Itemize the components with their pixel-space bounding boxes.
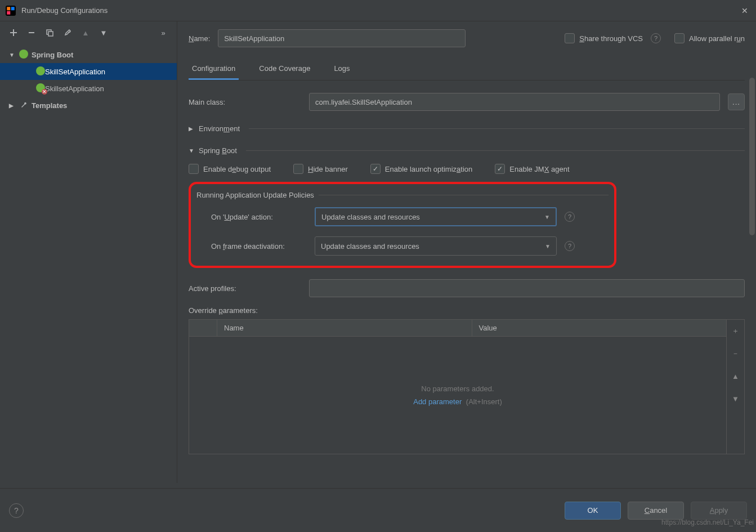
close-button[interactable]: ✕ xyxy=(739,4,750,17)
no-params-text: No parameters added. xyxy=(421,385,494,393)
active-profiles-input[interactable] xyxy=(309,279,745,297)
vertical-scrollbar[interactable] xyxy=(749,78,755,235)
browse-button[interactable]: ... xyxy=(728,93,745,110)
help-icon[interactable]: ? xyxy=(565,212,575,222)
svg-rect-1 xyxy=(7,7,10,10)
params-header: Name Value xyxy=(189,320,726,337)
watermark-text: https://blog.csdn.net/Li_Ya_Fei xyxy=(661,518,754,526)
cancel-button[interactable]: Cancel xyxy=(628,502,684,520)
spring-boot-error-icon xyxy=(36,83,45,94)
tab-configuration[interactable]: Configuration xyxy=(189,59,239,80)
checkbox-checked-icon xyxy=(495,164,505,174)
expand-arrow-icon: ▼ xyxy=(189,147,195,154)
environment-section: ▶ Environment xyxy=(189,124,745,133)
on-update-dropdown[interactable]: Update classes and resources ▼ xyxy=(315,207,557,226)
active-profiles-row: Active profiles: xyxy=(189,279,745,297)
on-frame-label: On frame deactivation: xyxy=(211,242,307,251)
tab-logs[interactable]: Logs xyxy=(330,59,353,80)
add-row-button[interactable]: ＋ xyxy=(727,320,744,342)
header-row: NName:ame: Share through VCS ? Allow par… xyxy=(189,21,745,55)
remove-config-button[interactable] xyxy=(24,25,39,41)
tree-item-skillsetapplication-2[interactable]: SkillsetApplication xyxy=(0,80,177,97)
add-param-row: Add parameter (Alt+Insert) xyxy=(413,397,502,406)
add-param-hint: (Alt+Insert) xyxy=(466,397,502,406)
tab-code-coverage[interactable]: Code Coverage xyxy=(256,59,314,80)
expand-arrow-icon: ▼ xyxy=(9,52,16,58)
params-name-col: Name xyxy=(217,320,472,336)
add-parameter-link[interactable]: Add parameter xyxy=(413,397,462,406)
main-area: ▲ ▼ » ▼ Spring Boot SkillSetApplication … xyxy=(0,21,756,483)
checkbox-checked-icon xyxy=(370,164,381,174)
chevron-down-icon: ▼ xyxy=(545,243,551,249)
allow-parallel-checkbox[interactable]: Allow parallel run xyxy=(674,33,745,43)
move-row-down-button[interactable]: ▼ xyxy=(727,387,744,410)
help-icon[interactable]: ? xyxy=(651,33,661,43)
help-icon[interactable]: ? xyxy=(565,241,575,251)
remove-row-button[interactable]: － xyxy=(727,342,744,365)
tree-label: Spring Boot xyxy=(32,51,73,59)
params-value-col: Value xyxy=(472,320,727,336)
ok-button[interactable]: OK xyxy=(565,502,621,520)
checkbox-icon xyxy=(189,164,199,174)
checkbox-icon xyxy=(674,33,685,43)
config-tree: ▼ Spring Boot SkillSetApplication Skills… xyxy=(0,44,177,483)
override-params-table: Name Value No parameters added. Add para… xyxy=(189,319,745,454)
help-button[interactable]: ? xyxy=(9,503,24,518)
collapse-arrow-icon: ▶ xyxy=(9,102,16,109)
window-title: Run/Debug Configurations xyxy=(21,6,739,15)
environment-header[interactable]: ▶ Environment xyxy=(189,124,745,133)
main-class-row: Main class: ... xyxy=(189,93,745,111)
on-frame-dropdown[interactable]: Update classes and resources ▼ xyxy=(315,236,557,256)
tree-item-skillsetapplication-1[interactable]: SkillSetApplication xyxy=(0,63,177,80)
content-panel: NName:ame: Share through VCS ? Allow par… xyxy=(177,21,756,483)
spring-boot-header[interactable]: ▼ Spring Boot xyxy=(189,146,745,155)
tree-label: SkillsetApplication xyxy=(45,84,104,93)
svg-rect-3 xyxy=(7,11,10,14)
svg-rect-5 xyxy=(48,32,53,36)
enable-launch-opt-checkbox[interactable]: Enable launch optimization xyxy=(370,164,472,174)
toolbar-overflow-button[interactable]: » xyxy=(155,25,171,41)
copy-config-button[interactable] xyxy=(42,25,57,41)
chevron-down-icon: ▼ xyxy=(544,214,550,220)
spring-boot-section: ▼ Spring Boot Enable debug output Hide b… xyxy=(189,146,745,454)
on-update-label: On 'Update' action: xyxy=(211,213,307,221)
spring-boot-icon xyxy=(36,66,45,77)
hide-banner-checkbox[interactable]: Hide banner xyxy=(293,164,348,174)
tree-label: Templates xyxy=(32,101,67,110)
spring-boot-icon xyxy=(18,50,29,60)
sidebar-toolbar: ▲ ▼ » xyxy=(0,21,177,44)
main-class-label: Main class: xyxy=(189,98,301,106)
main-class-input[interactable] xyxy=(309,93,720,111)
edit-templates-button[interactable] xyxy=(60,25,75,41)
share-vcs-checkbox[interactable]: Share through VCS xyxy=(565,33,643,43)
collapse-arrow-icon: ▶ xyxy=(189,126,195,132)
checkbox-icon xyxy=(565,33,575,43)
apply-button[interactable]: Apply xyxy=(691,502,747,520)
divider xyxy=(319,195,609,195)
move-row-up-button[interactable]: ▲ xyxy=(727,365,744,387)
params-empty-body: No parameters added. Add parameter (Alt+… xyxy=(189,337,726,454)
wrench-icon xyxy=(18,101,29,110)
tree-node-templates[interactable]: ▶ Templates xyxy=(0,97,177,114)
enable-jmx-checkbox[interactable]: Enable JMX agent xyxy=(495,164,569,174)
app-logo-icon xyxy=(6,6,16,16)
sidebar: ▲ ▼ » ▼ Spring Boot SkillSetApplication … xyxy=(0,21,177,483)
move-down-button[interactable]: ▼ xyxy=(96,25,111,41)
tree-label: SkillSetApplication xyxy=(45,68,105,76)
override-params-label: Override parameters: xyxy=(189,306,745,315)
move-up-button[interactable]: ▲ xyxy=(78,25,93,41)
name-input[interactable] xyxy=(218,29,466,47)
update-policies-title: Running Application Update Policies xyxy=(196,191,609,199)
dialog-footer: ? OK Cancel Apply xyxy=(0,488,756,532)
checkbox-icon xyxy=(293,164,303,174)
update-policies-highlight: Running Application Update Policies On '… xyxy=(189,182,616,268)
svg-rect-2 xyxy=(11,7,15,10)
params-side-toolbar: ＋ － ▲ ▼ xyxy=(726,320,744,454)
add-config-button[interactable] xyxy=(6,25,21,41)
titlebar: Run/Debug Configurations ✕ xyxy=(0,0,756,21)
name-label: NName:ame: xyxy=(189,34,210,43)
tabs: Configuration Code Coverage Logs xyxy=(189,59,745,81)
tree-node-spring-boot[interactable]: ▼ Spring Boot xyxy=(0,46,177,63)
enable-debug-checkbox[interactable]: Enable debug output xyxy=(189,164,271,174)
params-checkbox-col xyxy=(189,320,217,336)
